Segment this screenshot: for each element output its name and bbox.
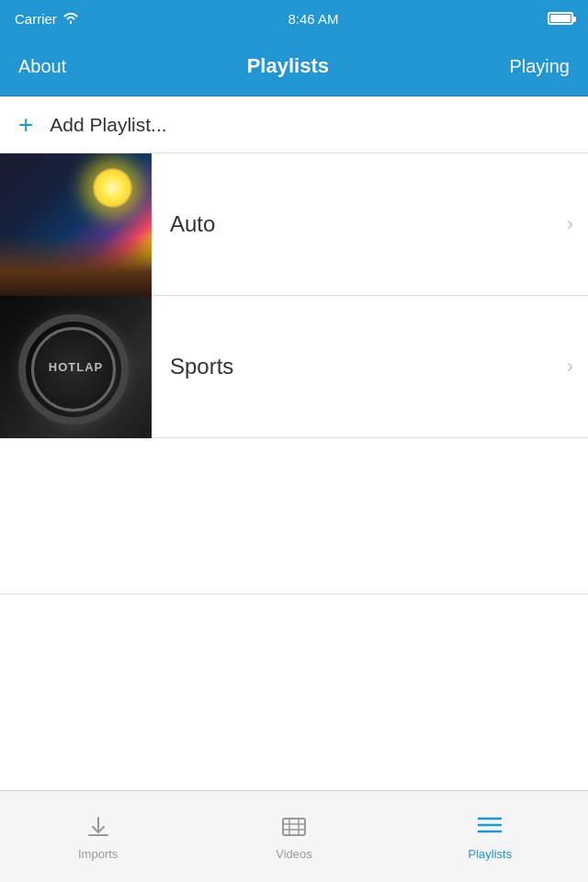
- tab-imports[interactable]: Imports: [0, 803, 196, 870]
- about-button[interactable]: About: [18, 56, 66, 77]
- videos-tab-label: Videos: [276, 847, 312, 861]
- wifi-icon: [62, 11, 79, 27]
- add-icon: +: [18, 112, 33, 138]
- status-right: [548, 12, 573, 25]
- nav-title: Playlists: [247, 54, 329, 78]
- add-playlist-row[interactable]: + Add Playlist...: [0, 96, 588, 153]
- imports-tab-label: Imports: [78, 847, 118, 861]
- tab-videos[interactable]: Videos: [196, 803, 391, 870]
- playlist-info-sports: Sports: [152, 354, 567, 379]
- playlists-icon: [475, 812, 504, 842]
- imports-icon: [84, 812, 113, 842]
- thumb-auto-image: [0, 153, 152, 296]
- playlist-thumb-sports: [0, 296, 152, 438]
- playlist-name-auto: Auto: [170, 211, 215, 237]
- playlist-item-auto[interactable]: Auto ›: [0, 153, 588, 296]
- status-bar: Carrier 8:46 AM: [0, 0, 588, 37]
- thumb-sports-image: [0, 296, 152, 438]
- battery-icon: [548, 12, 573, 25]
- status-left: Carrier: [15, 11, 79, 27]
- status-time: 8:46 AM: [288, 11, 338, 27]
- carrier-label: Carrier: [15, 11, 57, 27]
- add-playlist-label: Add Playlist...: [50, 114, 166, 136]
- empty-space: [0, 438, 588, 594]
- playlists-tab-label: Playlists: [468, 847, 512, 861]
- chevron-right-auto: ›: [567, 212, 573, 236]
- playlist-info-auto: Auto: [152, 211, 567, 237]
- playlist-name-sports: Sports: [170, 354, 233, 379]
- nav-bar: About Playlists Playing: [0, 37, 588, 96]
- content-area: + Add Playlist... Auto › Sports ›: [0, 96, 588, 594]
- playlist-thumb-auto: [0, 153, 152, 296]
- tab-bar: Imports Videos Playlists: [0, 790, 588, 882]
- svg-rect-0: [283, 819, 305, 835]
- videos-icon: [279, 812, 309, 842]
- chevron-right-sports: ›: [567, 355, 573, 379]
- playlist-item-sports[interactable]: Sports ›: [0, 296, 588, 438]
- tab-playlists[interactable]: Playlists: [392, 803, 588, 870]
- gauge-inner: [31, 327, 116, 412]
- playing-button[interactable]: Playing: [509, 56, 570, 77]
